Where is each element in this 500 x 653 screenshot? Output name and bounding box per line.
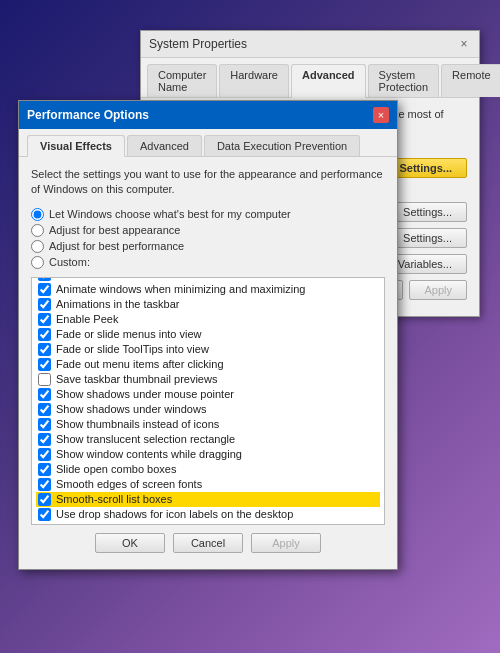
sys-props-tabs: Computer Name Hardware Advanced System P… bbox=[141, 58, 479, 98]
visual-effects-checkbox-list[interactable]: Animate controls and elements inside win… bbox=[31, 277, 385, 525]
checkbox-label-c11[interactable]: Show thumbnails instead of icons bbox=[56, 418, 219, 430]
checkbox-label-c16[interactable]: Smooth-scroll list boxes bbox=[56, 493, 172, 505]
checkbox-item[interactable]: Smooth edges of screen fonts bbox=[36, 477, 380, 492]
tab-computer-name[interactable]: Computer Name bbox=[147, 64, 217, 97]
checkbox-label-c7[interactable]: Fade out menu items after clicking bbox=[56, 358, 224, 370]
radio-windows-choose[interactable] bbox=[31, 208, 44, 221]
checkbox-label-c12[interactable]: Show translucent selection rectangle bbox=[56, 433, 235, 445]
tab-dep[interactable]: Data Execution Prevention bbox=[204, 135, 360, 156]
radio-custom[interactable] bbox=[31, 256, 44, 269]
perf-bottom-buttons: OK Cancel Apply bbox=[31, 525, 385, 559]
checkbox-c14[interactable] bbox=[38, 463, 51, 476]
checkbox-c4[interactable] bbox=[38, 313, 51, 326]
checkbox-c13[interactable] bbox=[38, 448, 51, 461]
checkbox-label-c14[interactable]: Slide open combo boxes bbox=[56, 463, 176, 475]
checkbox-item[interactable]: Save taskbar thumbnail previews bbox=[36, 372, 380, 387]
radio-best-performance-label[interactable]: Adjust for best performance bbox=[49, 240, 184, 252]
checkbox-label-c4[interactable]: Enable Peek bbox=[56, 313, 118, 325]
checkbox-item[interactable]: Show translucent selection rectangle bbox=[36, 432, 380, 447]
apply-button[interactable]: Apply bbox=[409, 280, 467, 300]
tab-remote[interactable]: Remote bbox=[441, 64, 500, 97]
perf-content: Select the settings you want to use for … bbox=[19, 157, 397, 569]
sys-props-title: System Properties bbox=[149, 37, 247, 51]
checkbox-item[interactable]: Use drop shadows for icon labels on the … bbox=[36, 507, 380, 522]
checkbox-item[interactable]: Enable Peek bbox=[36, 312, 380, 327]
checkbox-label-c15[interactable]: Smooth edges of screen fonts bbox=[56, 478, 202, 490]
apply-perf-button[interactable]: Apply bbox=[251, 533, 321, 553]
checkbox-c15[interactable] bbox=[38, 478, 51, 491]
checkbox-c7[interactable] bbox=[38, 358, 51, 371]
performance-options-window: Performance Options × Visual Effects Adv… bbox=[18, 100, 398, 570]
checkbox-label-c5[interactable]: Fade or slide menus into view bbox=[56, 328, 202, 340]
checkbox-c6[interactable] bbox=[38, 343, 51, 356]
checkbox-c10[interactable] bbox=[38, 403, 51, 416]
third-settings-button[interactable]: Settings... bbox=[388, 228, 467, 248]
checkbox-c16[interactable] bbox=[38, 493, 51, 506]
checkbox-c2[interactable] bbox=[38, 283, 51, 296]
checkbox-c8[interactable] bbox=[38, 373, 51, 386]
radio-best-performance[interactable] bbox=[31, 240, 44, 253]
checkbox-item[interactable]: Slide open combo boxes bbox=[36, 462, 380, 477]
ok-button[interactable]: OK bbox=[95, 533, 165, 553]
perf-close-icon[interactable]: × bbox=[373, 107, 389, 123]
radio-item-windows-choose: Let Windows choose what's best for my co… bbox=[31, 208, 385, 221]
radio-custom-label[interactable]: Custom: bbox=[49, 256, 90, 268]
radio-best-appearance-label[interactable]: Adjust for best appearance bbox=[49, 224, 180, 236]
checkbox-item[interactable]: Fade out menu items after clicking bbox=[36, 357, 380, 372]
radio-best-appearance[interactable] bbox=[31, 224, 44, 237]
checkbox-c12[interactable] bbox=[38, 433, 51, 446]
radio-windows-choose-label[interactable]: Let Windows choose what's best for my co… bbox=[49, 208, 291, 220]
checkbox-item[interactable]: Animations in the taskbar bbox=[36, 297, 380, 312]
radio-item-custom: Custom: bbox=[31, 256, 385, 269]
checkbox-label-c2[interactable]: Animate windows when minimizing and maxi… bbox=[56, 283, 305, 295]
checkbox-item[interactable]: Fade or slide menus into view bbox=[36, 327, 380, 342]
checkbox-item[interactable]: Show shadows under mouse pointer bbox=[36, 387, 380, 402]
tab-advanced[interactable]: Advanced bbox=[291, 64, 366, 98]
checkbox-item[interactable]: Show thumbnails instead of icons bbox=[36, 417, 380, 432]
checkbox-label-c13[interactable]: Show window contents while dragging bbox=[56, 448, 242, 460]
visual-effects-radio-group: Let Windows choose what's best for my co… bbox=[31, 208, 385, 269]
perf-title: Performance Options bbox=[27, 108, 149, 122]
tab-advanced-perf[interactable]: Advanced bbox=[127, 135, 202, 156]
checkbox-item[interactable]: Fade or slide ToolTips into view bbox=[36, 342, 380, 357]
checkbox-label-c3[interactable]: Animations in the taskbar bbox=[56, 298, 180, 310]
cancel-perf-button[interactable]: Cancel bbox=[173, 533, 243, 553]
checkbox-label-c1[interactable]: Animate controls and elements inside win… bbox=[56, 277, 284, 281]
checkbox-item[interactable]: Smooth-scroll list boxes bbox=[36, 492, 380, 507]
checkbox-item[interactable]: Animate windows when minimizing and maxi… bbox=[36, 282, 380, 297]
checkbox-label-c6[interactable]: Fade or slide ToolTips into view bbox=[56, 343, 209, 355]
sys-props-titlebar: System Properties × bbox=[141, 31, 479, 58]
checkbox-c5[interactable] bbox=[38, 328, 51, 341]
perf-description: Select the settings you want to use for … bbox=[31, 167, 385, 198]
checkbox-item[interactable]: Show window contents while dragging bbox=[36, 447, 380, 462]
checkbox-c1[interactable] bbox=[38, 277, 51, 281]
checkbox-label-c9[interactable]: Show shadows under mouse pointer bbox=[56, 388, 234, 400]
checkbox-c11[interactable] bbox=[38, 418, 51, 431]
perf-titlebar: Performance Options × bbox=[19, 101, 397, 129]
checkbox-c9[interactable] bbox=[38, 388, 51, 401]
tab-system-protection[interactable]: System Protection bbox=[368, 64, 440, 97]
second-settings-button[interactable]: Settings... bbox=[388, 202, 467, 222]
checkbox-c3[interactable] bbox=[38, 298, 51, 311]
radio-item-best-appearance: Adjust for best appearance bbox=[31, 224, 385, 237]
checkbox-label-c17[interactable]: Use drop shadows for icon labels on the … bbox=[56, 508, 293, 520]
sys-props-close-icon[interactable]: × bbox=[457, 37, 471, 51]
radio-item-best-performance: Adjust for best performance bbox=[31, 240, 385, 253]
checkbox-item[interactable]: Show shadows under windows bbox=[36, 402, 380, 417]
checkbox-label-c8[interactable]: Save taskbar thumbnail previews bbox=[56, 373, 217, 385]
perf-tabs: Visual Effects Advanced Data Execution P… bbox=[19, 129, 397, 157]
tab-hardware[interactable]: Hardware bbox=[219, 64, 289, 97]
tab-visual-effects[interactable]: Visual Effects bbox=[27, 135, 125, 157]
checkbox-c17[interactable] bbox=[38, 508, 51, 521]
checkbox-label-c10[interactable]: Show shadows under windows bbox=[56, 403, 206, 415]
